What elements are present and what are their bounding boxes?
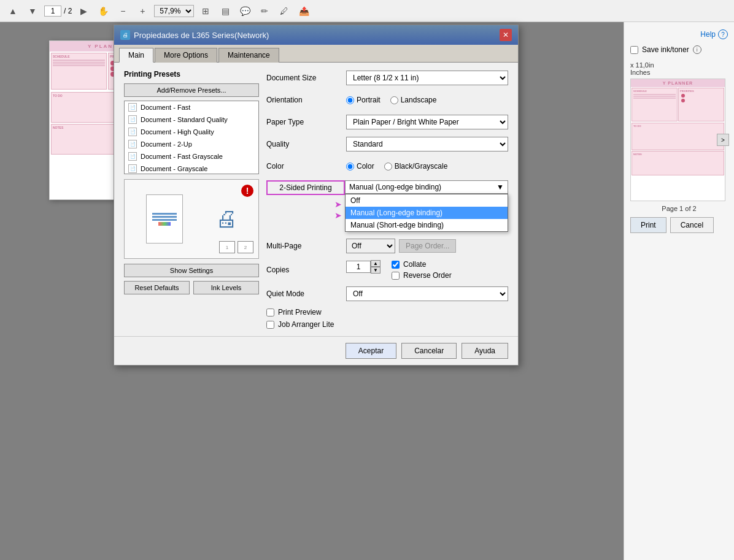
multi-page-select[interactable]: Off <box>346 239 395 253</box>
zoom-in-btn[interactable]: + <box>134 3 150 19</box>
preset-item-2up[interactable]: 📄 Document - 2-Up <box>125 138 258 150</box>
save-ink-row: Save ink/toner i <box>630 45 728 54</box>
paper-type-select[interactable]: Plain Paper / Bright White Paper <box>346 115 508 129</box>
copies-spinner: ▲ ▼ <box>346 260 381 274</box>
collate-checkbox[interactable] <box>392 261 400 269</box>
job-arranger-checkbox[interactable] <box>266 321 274 329</box>
orientation-portrait-text: Portrait <box>357 96 381 104</box>
presets-title: Printing Presets <box>124 70 259 79</box>
view-btn-2[interactable]: ▤ <box>217 3 233 19</box>
dropdown-item-short-edge[interactable]: Manual (Short-edge binding) <box>346 219 508 231</box>
two-sided-control[interactable]: Manual (Long-edge binding) ▼ ➤ ➤ Off Man… <box>345 180 508 194</box>
document-size-control[interactable]: Letter (8 1/2 x 11 in) <box>346 71 508 85</box>
export-btn[interactable]: 📤 <box>296 3 312 19</box>
dialog-close-btn[interactable]: ✕ <box>500 29 512 41</box>
orientation-label: Orientation <box>266 96 346 104</box>
quality-select[interactable]: Standard <box>346 137 508 152</box>
color-color-radio[interactable] <box>346 163 354 171</box>
preset-item-fast[interactable]: 📄 Document - Fast <box>125 101 258 113</box>
print-properties-dialog: 🖨 Propiedades de L365 Series(Network) ✕ … <box>114 25 519 366</box>
pen-btn[interactable]: ✏ <box>257 3 272 19</box>
print-preview-label[interactable]: Print Preview <box>266 308 508 316</box>
collate-text: Collate <box>403 260 426 269</box>
view-btn-1[interactable]: ⊞ <box>198 3 214 19</box>
preset-item-high-quality[interactable]: 📄 Document - High Quality <box>125 126 258 138</box>
zoom-out-btn[interactable]: − <box>115 3 131 19</box>
paper-size-text: x 11,0in <box>630 61 728 69</box>
arrow-indicators: ➤ ➤ <box>334 199 342 220</box>
reset-defaults-btn[interactable]: Reset Defaults <box>124 281 190 294</box>
quiet-mode-select[interactable]: Off <box>346 286 508 301</box>
zoom-control[interactable]: 57,9% 100% 75% <box>154 5 194 17</box>
print-btn[interactable]: Print <box>630 217 666 233</box>
cancelar-btn[interactable]: Cancelar <box>401 343 457 359</box>
preset-label-fast-gray: Document - Fast Grayscale <box>141 153 223 160</box>
preview-color-bar <box>158 222 171 226</box>
toolbar: ▲ ▼ / 2 ▶ ✋ − + 57,9% 100% 75% ⊞ ▤ 💬 ✏ 🖊… <box>0 0 734 22</box>
reverse-order-checkbox[interactable] <box>392 272 400 280</box>
orientation-portrait-radio[interactable] <box>346 96 354 104</box>
add-remove-presets-btn[interactable]: Add/Remove Presets... <box>124 83 259 97</box>
preview-paper <box>146 194 183 244</box>
titlebar-left: 🖨 Propiedades de L365 Series(Network) <box>120 30 269 40</box>
preset-icon-fast-gray: 📄 <box>128 152 137 161</box>
next-page-btn-right[interactable]: > <box>717 134 729 146</box>
highlight-btn[interactable]: 🖊 <box>276 3 292 19</box>
tab-main[interactable]: Main <box>119 48 153 63</box>
copies-up-btn[interactable]: ▲ <box>371 260 381 267</box>
two-sided-dropdown[interactable]: Manual (Long-edge binding) ▼ <box>345 180 508 194</box>
collate-label[interactable]: Collate <box>392 260 452 269</box>
orientation-landscape-text: Landscape <box>401 96 437 104</box>
preview-line-2 <box>152 216 177 218</box>
preset-item-fast-gray[interactable]: 📄 Document - Fast Grayscale <box>125 150 258 163</box>
next-page-btn[interactable]: ▼ <box>25 3 41 19</box>
dropdown-item-long-edge[interactable]: Manual (Long-edge binding) <box>346 207 508 219</box>
cursor-tool[interactable]: ▶ <box>75 3 91 19</box>
page-total: / 2 <box>64 7 72 15</box>
ayuda-btn[interactable]: Ayuda <box>462 343 508 359</box>
document-size-select[interactable]: Letter (8 1/2 x 11 in) <box>346 71 508 85</box>
job-arranger-label[interactable]: Job Arranger Lite <box>266 320 508 329</box>
help-link[interactable]: Help ? <box>630 29 728 39</box>
preset-icon-high-quality: 📄 <box>128 128 137 136</box>
color-color-label[interactable]: Color <box>346 162 374 171</box>
print-preview-checkbox[interactable] <box>266 309 274 316</box>
cancel-btn[interactable]: Cancel <box>670 217 714 233</box>
paper-type-control[interactable]: Plain Paper / Bright White Paper <box>346 115 508 129</box>
hand-tool[interactable]: ✋ <box>95 3 111 19</box>
copies-input[interactable] <box>346 261 371 273</box>
tab-maintenance[interactable]: Maintenance <box>218 48 279 63</box>
show-settings-btn[interactable]: Show Settings <box>124 264 259 277</box>
quiet-mode-control[interactable]: Off <box>346 286 508 301</box>
preset-item-grayscale[interactable]: 📄 Document - Grayscale <box>125 163 258 174</box>
preset-label-2up: Document - 2-Up <box>141 140 192 148</box>
color-label: Color <box>266 162 346 171</box>
copies-row: Copies ▲ ▼ Collate <box>266 260 508 280</box>
planner-preview-container: Y PLANNER SCHEDULE PRIORITIES TO <box>630 79 728 201</box>
aceptar-btn[interactable]: Aceptar <box>346 343 396 359</box>
prev-page-btn[interactable]: ▲ <box>5 3 21 19</box>
orientation-portrait-label[interactable]: Portrait <box>346 96 381 104</box>
dialog-footer: Aceptar Cancelar Ayuda <box>114 336 518 365</box>
copies-down-btn[interactable]: ▼ <box>371 267 381 274</box>
comment-btn[interactable]: 💬 <box>237 3 253 19</box>
color-grayscale-radio[interactable] <box>384 163 392 171</box>
color-grayscale-label[interactable]: Black/Grayscale <box>384 162 448 171</box>
reverse-order-label[interactable]: Reverse Order <box>392 271 452 280</box>
orientation-landscape-radio[interactable] <box>390 96 398 104</box>
orientation-landscape-label[interactable]: Landscape <box>390 96 437 104</box>
copies-checkboxes: Collate Reverse Order <box>392 260 452 280</box>
zoom-select[interactable]: 57,9% 100% 75% <box>154 5 194 17</box>
units-text: Inches <box>630 69 728 76</box>
tab-more-options[interactable]: More Options <box>155 48 217 63</box>
save-ink-checkbox[interactable] <box>630 46 638 54</box>
dropdown-item-off[interactable]: Off <box>346 194 508 207</box>
paper-type-label: Paper Type <box>266 118 346 126</box>
dialog-titlebar: 🖨 Propiedades de L365 Series(Network) ✕ <box>114 25 518 45</box>
page-input[interactable] <box>44 6 61 17</box>
multi-page-label: Multi-Page <box>266 242 346 250</box>
quality-control[interactable]: Standard <box>346 137 508 152</box>
dialog-icon: 🖨 <box>120 30 130 40</box>
ink-levels-btn[interactable]: Ink Levels <box>193 281 259 294</box>
preset-item-standard[interactable]: 📄 Document - Standard Quality <box>125 113 258 126</box>
